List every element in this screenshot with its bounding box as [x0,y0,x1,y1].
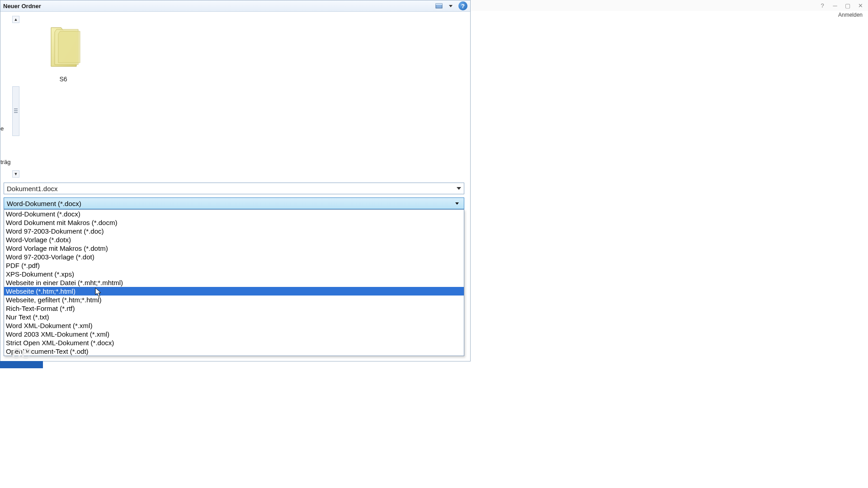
taskbar-fragment [0,361,43,368]
filetype-option[interactable]: Webseite in einer Datei (*.mht;*.mhtml) [4,278,464,287]
filetype-option[interactable]: Strict Open XML-Dokument (*.docx) [4,338,464,347]
folder-item[interactable]: S6 [36,19,90,83]
file-browser[interactable]: ▲ ▼ S6 [20,14,468,176]
filename-combobox[interactable]: Dokument1.docx [4,183,464,194]
filetype-option[interactable]: Rich-Text-Format (*.rtf) [4,304,464,313]
close-button[interactable]: ✕ [857,2,863,9]
filetype-option[interactable]: Word-Dokument (*.docx) [4,210,464,218]
watermark: ce [12,342,32,363]
filetype-option[interactable]: Word Dokument mit Makros (*.docm) [4,218,464,227]
titlebar: Neuer Ordner ? [0,0,470,12]
filetype-option[interactable]: Word Vorlage mit Makros (*.dotm) [4,244,464,253]
filetype-option[interactable]: Nur Text (*.txt) [4,313,464,321]
filetype-combobox[interactable]: Word-Dokument (*.docx) [4,197,464,209]
filetype-option[interactable]: Webseite, gefiltert (*.htm;*.html) [4,296,464,304]
filetype-option[interactable]: Word 97-2003-Vorlage (*.dot) [4,253,464,261]
chevron-down-icon [449,5,453,7]
tree-splitter-handle[interactable] [12,86,19,136]
parent-window-controls: ? ─ ▢ ✕ [471,0,868,11]
help-button[interactable]: ? [458,1,467,10]
filetype-selected: Word-Dokument (*.docx) [7,200,81,207]
filetype-dropdown-button[interactable] [453,199,461,208]
chevron-down-icon [457,187,461,190]
filetype-option[interactable]: XPS-Dokument (*.xps) [4,270,464,278]
folder-label: S6 [36,75,90,83]
filetype-option[interactable]: PDF (*.pdf) [4,261,464,270]
chevron-down-icon [455,202,459,205]
svg-rect-1 [436,4,442,5]
save-as-dialog: Neuer Ordner ? ▲ ▼ [0,0,471,361]
parent-help-icon[interactable]: ? [819,2,826,9]
filetype-listbox[interactable]: Word-Dokument (*.docx)Word Dokument mit … [4,209,464,356]
filetype-option[interactable]: Word 2003 XML-Dokument (*.xml) [4,330,464,338]
view-mode-dropdown[interactable] [446,2,456,10]
filetype-option[interactable]: Word-Vorlage (*.dotx) [4,235,464,244]
help-icon: ? [461,3,465,9]
filename-value: Dokument1.docx [7,185,58,192]
minimize-button[interactable]: ─ [832,2,838,9]
tree-fragment-text: e [0,125,4,132]
scroll-down-button[interactable]: ▼ [12,170,19,178]
filetype-option[interactable]: OpenDocument-Text (*.odt) [4,347,464,356]
window-title: Neuer Ordner [3,3,432,9]
filetype-option[interactable]: Word XML-Dokument (*.xml) [4,321,464,330]
filetype-option[interactable]: Word 97-2003-Dokument (*.doc) [4,227,464,235]
scroll-up-button[interactable]: ▲ [12,16,19,23]
sign-in-link[interactable]: Anmelden [838,12,863,18]
restore-button[interactable]: ▢ [844,2,851,9]
folder-icon [43,19,84,74]
filetype-option[interactable]: Webseite (*.htm;*.html) [4,287,464,296]
tree-fragment-text: träg [0,159,10,165]
view-mode-button[interactable] [434,2,444,10]
